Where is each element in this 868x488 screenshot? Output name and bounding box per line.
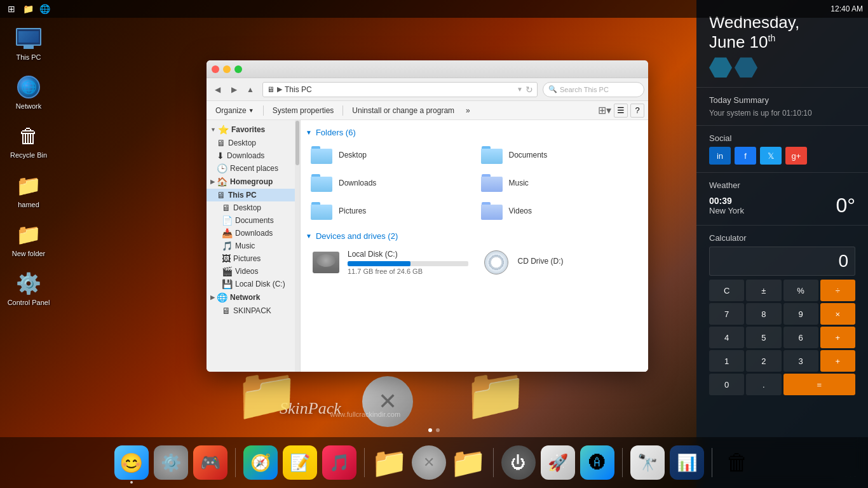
hex-icon-1[interactable] [709,57,732,78]
taskbar-icon-folder[interactable]: 📁 [22,3,34,15]
forward-button[interactable]: ▶ [227,83,241,97]
hex-icon-2[interactable] [735,57,757,78]
page-dot-1[interactable] [428,428,432,432]
organize-menu[interactable]: Organize ▼ [210,104,259,118]
calc-clear[interactable]: C [709,280,744,301]
calc-0[interactable]: 0 [709,374,744,395]
calc-2[interactable]: 2 [746,350,781,372]
sidebar-scrollbar-thumb[interactable] [295,121,299,165]
search-bar[interactable]: 🔍 Search This PC [543,82,644,97]
facebook-button[interactable]: f [735,147,756,165]
dock-rocket[interactable]: 🚀 [541,445,575,480]
folder-item-music[interactable]: Music [476,170,644,196]
dock-settings[interactable]: ⚙️ [154,445,188,480]
system-properties-menu[interactable]: System properties [268,104,339,118]
back-button[interactable]: ◀ [210,83,224,97]
calc-4[interactable]: 4 [709,327,744,348]
sidebar-homegroup-header[interactable]: ▶ 🏠 Homegroup [207,175,300,189]
folder-item-pictures[interactable]: Pictures [306,198,473,224]
sidebar-this-pc-downloads[interactable]: 📥 Downloads [207,227,300,240]
sidebar-this-pc-music[interactable]: 🎵 Music [207,240,300,252]
sidebar-this-pc-videos[interactable]: 🎬 Videos [207,265,300,278]
dock-power[interactable]: ⏻ [501,445,536,480]
calc-1[interactable]: 1 [709,350,744,372]
dock-dashboard[interactable]: 📊 [670,445,704,480]
view-details-button[interactable]: ☰ [614,104,628,118]
folder-item-desktop[interactable]: Desktop [306,142,473,168]
sidebar-network-header[interactable]: ▶ 🌐 Network [207,290,300,304]
calc-6[interactable]: 6 [783,327,818,348]
view-toggle-button[interactable]: ⊞▾ [598,104,611,116]
calc-plus[interactable]: + [820,327,855,348]
dock-divider-5 [712,448,712,477]
device-item-cd[interactable]: CD Drive (D:) [476,246,644,279]
minimize-button[interactable] [223,65,231,73]
device-item-local-disk[interactable]: Local Disk (C:) 11.7 GB free of 24.6 GB [306,246,473,279]
sidebar-item-recent[interactable]: 🕒 Recent places [207,162,300,175]
folder-item-videos[interactable]: Videos [476,198,644,224]
calc-3[interactable]: 3 [783,350,818,372]
sidebar-this-pc-local-disk[interactable]: 💾 Local Disk (C:) [207,278,300,290]
dock-trash[interactable]: 🗑 [720,445,754,480]
folder-item-documents[interactable]: Documents [476,142,644,168]
desktop-icon-new-folder[interactable]: 📁 New folder [6,222,51,258]
folders-arrow-icon[interactable]: ▼ [306,129,312,136]
dock-music[interactable]: 🎵 [322,445,356,480]
dock-photos[interactable]: 🔭 [630,445,665,480]
sidebar-this-pc-desktop[interactable]: 🖥 Desktop [207,201,300,214]
sidebar-this-pc-pictures[interactable]: 🖼 Pictures [207,252,300,265]
twitter-button[interactable]: 𝕏 [760,147,782,165]
calculator-section: Calculator 0 C ± % ÷ 7 8 9 × 4 5 6 + 1 2… [696,226,868,403]
uninstall-menu[interactable]: Uninstall or change a program [347,104,459,118]
dock-folder-1[interactable]: 📁 [372,445,407,480]
up-button[interactable]: ▲ [243,83,257,97]
google-plus-button[interactable]: g+ [785,147,807,165]
dock-macos-logo[interactable]: ✕ [412,445,446,480]
desktop-icon-control-panel[interactable]: ⚙️ Control Panel [6,271,51,307]
sidebar-item-desktop[interactable]: 🖥 Desktop [207,137,300,149]
devices-arrow-icon[interactable]: ▼ [306,233,312,240]
calc-multiply[interactable]: × [820,303,855,325]
calc-5[interactable]: 5 [746,327,781,348]
dock-notes[interactable]: 📝 [283,445,317,480]
maximize-button[interactable] [234,65,242,73]
desktop-icon-this-pc[interactable]: This PC [6,25,51,62]
calc-7[interactable]: 7 [709,303,744,325]
linkedin-button[interactable]: in [709,147,731,165]
help-button[interactable]: ? [630,104,644,118]
calc-percent[interactable]: % [783,280,818,301]
calc-9[interactable]: 9 [783,303,818,325]
taskbar-icon-network[interactable]: 🌐 [38,3,51,15]
dock-game-center[interactable]: 🎮 [193,445,227,480]
calc-plusminus[interactable]: ± [746,280,781,301]
sidebar-item-this-pc[interactable]: 🖥 This PC [207,189,300,201]
desktop-icon-network[interactable]: 🌐 Network [6,74,51,111]
sidebar-scrollbar[interactable] [295,120,300,372]
sidebar-favorites-header[interactable]: ▼ ⭐ Favorites [207,123,300,137]
cd-drive-name: CD Drive (D:) [518,257,639,266]
calc-equals[interactable]: = [783,374,856,395]
desktop-icon-hamed[interactable]: 📁 hamed [6,173,51,209]
calc-divide[interactable]: ÷ [820,280,855,301]
dock-folder-2[interactable]: 📁 [451,445,485,480]
more-menu[interactable]: » [461,104,475,118]
sidebar-item-downloads[interactable]: ⬇ Downloads [207,149,300,162]
calc-dot[interactable]: . [746,374,781,395]
calc-8[interactable]: 8 [746,303,781,325]
sidebar-skinpack[interactable]: 🖥 SKINPACK [207,304,300,317]
devices-section-header: ▼ Devices and drives (2) [306,231,643,241]
dock-finder[interactable]: 😊 [114,445,149,480]
taskbar-icon-windows[interactable]: ⊞ [5,3,18,15]
desktop-icons-area: This PC 🌐 Network 🗑 Recycle Bin 📁 hamed [6,25,51,307]
sidebar-this-pc-documents[interactable]: 📄 Documents [207,214,300,227]
desktop-icon-recycle-bin[interactable]: 🗑 Recycle Bin [6,123,51,159]
calc-equals-right[interactable]: + [820,350,855,372]
page-dot-2[interactable] [436,428,440,432]
address-bar[interactable]: 🖥 ▶ This PC ▼ ↻ [262,82,538,97]
weather-section: Weather 00:39 New York 0° [696,173,868,226]
close-button[interactable] [212,65,219,73]
folder-item-downloads[interactable]: Downloads [306,170,473,196]
recycle-bin-label: Recycle Bin [10,151,47,159]
dock-appstore[interactable]: 🅐 [580,445,614,480]
dock-safari[interactable]: 🧭 [243,445,278,480]
